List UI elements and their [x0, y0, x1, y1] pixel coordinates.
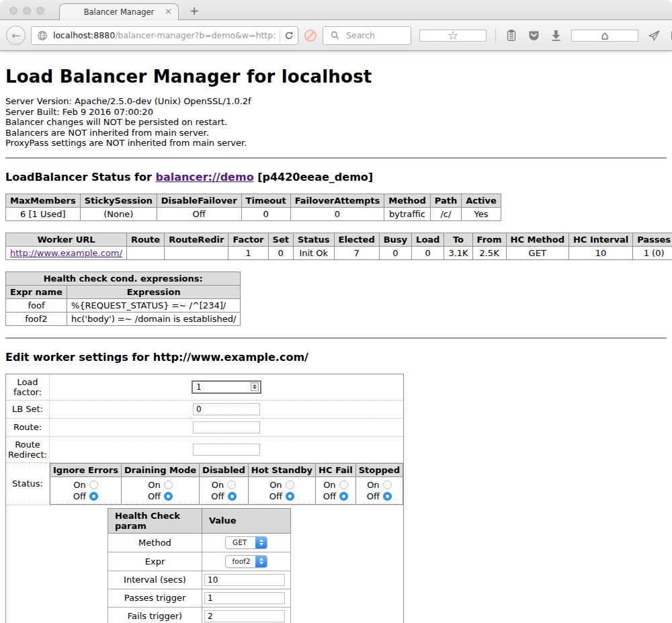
lb-set-input[interactable] — [193, 403, 260, 415]
radio-label: Off — [323, 491, 336, 502]
search-box[interactable] — [323, 26, 411, 45]
stopped-off-radio[interactable] — [383, 492, 392, 501]
cell: 0 — [241, 207, 290, 220]
hc-row-fails: Fails trigger) — [108, 607, 291, 623]
page-title: Load Balancer Manager for localhost — [5, 67, 667, 87]
globe-icon — [36, 29, 49, 42]
blocked-content-icon[interactable] — [304, 29, 317, 42]
col-header: Expression — [67, 285, 241, 298]
ignore-errors-off-radio[interactable] — [89, 492, 98, 501]
col-header: MaxMembers — [6, 194, 81, 207]
stopped-on-radio[interactable] — [383, 481, 392, 489]
expr-name-cell: foof2 — [6, 312, 67, 325]
radio-label: On — [323, 479, 335, 491]
cell: 2.5K — [472, 246, 506, 259]
toolbar-icons: ☆ ⌂ — [419, 29, 672, 42]
search-input[interactable] — [345, 30, 405, 41]
address-bar[interactable]: localhost:8880/balancer-manager?b=demo&w… — [31, 26, 298, 45]
bookmark-star-icon[interactable]: ☆ — [419, 30, 487, 42]
disabled-off-radio[interactable] — [228, 492, 237, 501]
hc-fail-off-radio[interactable] — [339, 492, 348, 501]
route-input[interactable] — [193, 421, 260, 433]
col-header: Hot Standby — [248, 463, 315, 476]
url-text[interactable]: localhost:8880/balancer-manager?b=demo&w… — [53, 30, 276, 40]
draining-mode-on-radio[interactable] — [164, 481, 173, 489]
window-minimize-button[interactable] — [23, 7, 31, 15]
window-controls[interactable] — [9, 7, 44, 15]
tab-balancer-manager[interactable]: Balancer Manager × — [59, 3, 179, 20]
heading-text: [p4420eeae_demo] — [254, 171, 374, 183]
balancer-manager-page: Load Balancer Manager for localhost Serv… — [0, 51, 672, 623]
form-row-lb-set: LB Set: — [6, 400, 404, 418]
col-header: Health Check param — [108, 508, 202, 533]
hc-passes-input[interactable] — [204, 592, 285, 604]
col-header: RouteRedir — [165, 233, 228, 246]
expr-value-cell: %{REQUEST_STATUS} =~ /^[234]/ — [67, 298, 241, 312]
hc-interval-input[interactable] — [204, 574, 285, 586]
new-tab-button[interactable]: + — [190, 4, 199, 17]
load-factor-input[interactable] — [192, 380, 261, 394]
hc-method-select[interactable]: GET — [225, 536, 267, 549]
radio-label: On — [269, 479, 282, 491]
route-redirect-input[interactable] — [193, 444, 260, 456]
balancer-demo-link[interactable]: balancer://demo — [155, 171, 253, 183]
hot-standby-off-radio[interactable] — [286, 492, 294, 501]
window-close-button[interactable] — [9, 7, 17, 15]
hc-header-row: Health Check param Value — [108, 508, 291, 533]
browser-chrome: Balancer Manager × + ← localhost:8880/ba… — [0, 0, 672, 51]
divider — [5, 337, 667, 339]
col-header: HC Fail — [316, 463, 356, 476]
reload-button[interactable] — [284, 31, 294, 40]
table-row: 6 [1 Used] (None) Off 0 0 bytraffic /c/ … — [6, 207, 501, 220]
worker-url-link[interactable]: http://www.example.com/ — [10, 248, 122, 258]
col-header: Passes — [633, 233, 672, 246]
balancer-status-heading: LoadBalancer Status for balancer://demo … — [5, 171, 667, 183]
hot-standby-on-radio[interactable] — [286, 481, 294, 489]
radio-label: Off — [73, 491, 86, 502]
select-arrows-icon — [255, 537, 267, 548]
cell: 10 — [569, 246, 632, 259]
col-header: Load — [412, 233, 444, 246]
url-path: /balancer-manager?b=demo&w=http://www.ex… — [115, 30, 276, 40]
draining-mode-off-radio[interactable] — [164, 492, 173, 501]
downloads-icon[interactable] — [549, 29, 562, 42]
panel-download-icon[interactable] — [669, 29, 672, 42]
col-header: Ignore Errors — [50, 463, 122, 476]
disabled-on-radio[interactable] — [227, 481, 236, 489]
back-button[interactable]: ← — [6, 26, 26, 45]
load-factor-field[interactable] — [195, 382, 251, 392]
tab-close-icon[interactable]: × — [165, 7, 172, 15]
form-row-load-factor: Load factor: — [6, 374, 404, 400]
back-icon: ← — [11, 30, 20, 42]
proxypass-note-line: ProxyPass settings are NOT inherited fro… — [5, 138, 667, 149]
send-tab-icon[interactable] — [647, 29, 661, 42]
home-icon[interactable]: ⌂ — [571, 30, 638, 42]
col-header: Timeout — [241, 194, 290, 207]
toolbar-separator — [495, 29, 496, 42]
col-header: Path — [430, 194, 461, 207]
hc-row-expr: Expr foof2 — [108, 552, 291, 571]
field-label: Route: — [6, 418, 50, 436]
hc-fails-input[interactable] — [204, 610, 285, 622]
search-icon — [328, 29, 341, 42]
col-header: Elected — [334, 233, 379, 246]
title-bar: Balancer Manager × + — [0, 0, 672, 20]
number-stepper-icon[interactable] — [251, 382, 259, 391]
clipboard-icon[interactable] — [505, 29, 518, 42]
col-header: Route — [126, 233, 164, 246]
cell: 3.1K — [444, 246, 472, 259]
hc-expr-select[interactable]: foof2 — [225, 555, 268, 568]
cell — [165, 246, 228, 259]
status-radio-row: On Off On Off On Off On — [50, 476, 403, 504]
ignore-errors-on-radio[interactable] — [89, 481, 98, 489]
table-header-row: MaxMembers StickySession DisableFailover… — [6, 194, 501, 207]
server-info: Server Version: Apache/2.5.0-dev (Unix) … — [5, 96, 667, 149]
hc-fail-on-radio[interactable] — [339, 481, 348, 489]
radio-label: Off — [367, 491, 380, 502]
url-host: localhost:8880 — [53, 30, 115, 40]
field-label: LB Set: — [6, 400, 50, 418]
param-label: Method — [108, 533, 202, 552]
window-zoom-button[interactable] — [36, 7, 44, 15]
pocket-icon[interactable] — [527, 29, 540, 42]
col-header: HC Method — [506, 233, 569, 246]
